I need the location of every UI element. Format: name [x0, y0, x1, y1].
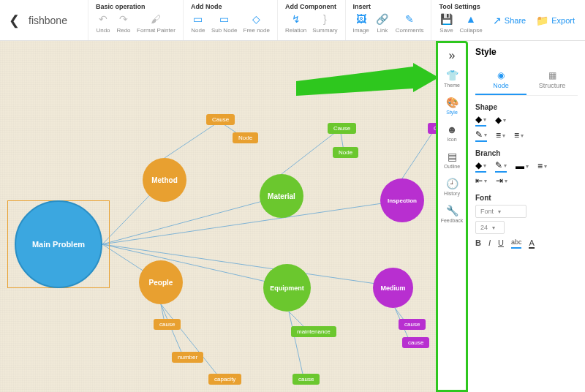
font-section: Font Font▾ 24▾ B I U abc A: [475, 194, 578, 249]
node-tab-icon: ◉: [475, 70, 526, 80]
svg-line-12: [161, 304, 183, 355]
wrench-icon: 🔧: [446, 205, 458, 216]
annotation-arrow: [296, 63, 436, 114]
tag-cause[interactable]: cause: [399, 319, 426, 330]
branch-weight-button[interactable]: ≡▾: [537, 160, 547, 173]
node-method[interactable]: Method: [143, 158, 186, 202]
section-label: Tool Settings: [439, 3, 482, 10]
tag-cause[interactable]: Cause: [428, 123, 436, 134]
branch-fill-button[interactable]: ◆▾: [475, 160, 486, 173]
tag-cause[interactable]: cause: [154, 319, 181, 330]
top-toolbar: ❮ fishbone Basic operation ↶Undo ↷Redo 🖌…: [0, 0, 585, 41]
tag-cause[interactable]: Cause: [206, 114, 235, 125]
comment-icon: ✎: [402, 12, 417, 26]
line-style-button[interactable]: ≡▾: [496, 129, 505, 142]
export-button[interactable]: 📁Export: [536, 15, 575, 26]
outline-icon: ▤: [448, 151, 457, 162]
tag-node[interactable]: Node: [333, 147, 358, 158]
collapse-button[interactable]: ▲Collapse: [459, 12, 482, 34]
indent-left-button[interactable]: ⇤▾: [475, 176, 487, 186]
tag-cause[interactable]: Cause: [328, 123, 356, 134]
tag-cause[interactable]: cause: [292, 374, 320, 385]
feedback-tab[interactable]: 🔧Feedback: [438, 200, 466, 227]
history-tab[interactable]: 🕘History: [438, 173, 466, 200]
summary-button[interactable]: }Summary: [312, 12, 337, 34]
panel-tabs: ◉Node ▦Structure: [475, 66, 578, 96]
comments-button[interactable]: ✎Comments: [396, 12, 424, 34]
collapse-icon: ▲: [464, 12, 478, 26]
tag-cause[interactable]: cause: [402, 337, 429, 348]
node-material[interactable]: Material: [260, 174, 303, 218]
font-size-select[interactable]: 24▾: [475, 221, 505, 234]
abc-button[interactable]: abc: [511, 238, 522, 249]
font-family-select[interactable]: Font▾: [475, 205, 526, 218]
side-tool-strip: » 👕Theme 🎨Style ☻Icon ▤Outline 🕘History …: [436, 41, 468, 392]
relation-icon: ↯: [289, 12, 303, 26]
node-inspection[interactable]: Inspection: [380, 178, 424, 222]
back-icon[interactable]: ❮: [9, 12, 20, 29]
node-people[interactable]: People: [139, 260, 183, 304]
section-insert: Insert 🖼Image 🔗Link ✎Comments: [345, 0, 431, 40]
redo-button[interactable]: ↷Redo: [116, 12, 131, 34]
relation-button[interactable]: ↯Relation: [285, 12, 306, 34]
save-button[interactable]: 💾Save: [439, 12, 453, 34]
image-icon: 🖼: [354, 12, 369, 26]
style-panel: Style ◉Node ▦Structure Shape ◆▾ ◆▾ ✎▾ ≡▾…: [468, 41, 585, 392]
tag-capacity[interactable]: capacity: [208, 374, 241, 385]
undo-icon: ↶: [96, 12, 110, 26]
palette-icon: 🎨: [446, 97, 458, 108]
branch-style-button[interactable]: ▬▾: [516, 160, 529, 173]
svg-line-15: [289, 312, 303, 377]
collapse-panel-icon[interactable]: »: [446, 46, 458, 65]
title-area: ❮ fishbone: [0, 0, 88, 40]
section-label: Basic operation: [96, 3, 176, 10]
summary-icon: }: [317, 12, 332, 26]
svg-line-13: [161, 304, 219, 377]
face-icon: ☻: [447, 124, 458, 135]
svg-marker-18: [296, 63, 436, 96]
diagram-canvas[interactable]: Main Problem Method People Material Equi…: [0, 41, 436, 392]
tag-maintenance[interactable]: maintenance: [291, 326, 336, 337]
node-equipment[interactable]: Equipment: [263, 264, 311, 312]
underline-button[interactable]: U: [498, 238, 504, 249]
border-button[interactable]: ✎▾: [475, 129, 487, 142]
sub-node-icon: ▭: [217, 12, 232, 26]
line-weight-button[interactable]: ≡▾: [514, 129, 524, 142]
tag-number[interactable]: number: [172, 352, 203, 363]
theme-tab[interactable]: 👕Theme: [438, 65, 466, 92]
branch-pen-button[interactable]: ✎▾: [495, 160, 507, 173]
free-node-button[interactable]: ◇Free node: [244, 12, 270, 34]
free-node-icon: ◇: [249, 12, 264, 26]
node-button[interactable]: ▭Node: [191, 12, 205, 34]
section-label: Insert: [353, 3, 424, 10]
shape-section: Shape ◆▾ ◆▾ ✎▾ ≡▾ ≡▾: [475, 103, 578, 142]
share-button[interactable]: ↗Share: [493, 15, 526, 26]
tag-node[interactable]: Node: [233, 132, 258, 143]
section-add-node: Add Node ▭Node ▭Sub Node ◇Free node: [183, 0, 277, 40]
style-tab[interactable]: 🎨Style: [438, 92, 466, 119]
indent-right-button[interactable]: ⇥▾: [496, 176, 507, 186]
outline-tab[interactable]: ▤Outline: [438, 146, 466, 173]
node-medium[interactable]: Medium: [373, 268, 413, 308]
sub-node-button[interactable]: ▭Sub Node: [211, 12, 238, 34]
image-button[interactable]: 🖼Image: [353, 12, 369, 34]
format-painter-button[interactable]: 🖌Format Painter: [137, 12, 176, 34]
panel-title: Style: [475, 47, 578, 57]
svg-line-2: [102, 196, 282, 244]
branch-section: Branch ◆▾ ✎▾ ▬▾ ≡▾ ⇤▾ ⇥▾: [475, 149, 578, 186]
icon-tab[interactable]: ☻Icon: [438, 119, 466, 146]
font-color-button[interactable]: A: [529, 238, 534, 249]
clock-icon: 🕘: [446, 178, 458, 189]
svg-line-10: [402, 129, 435, 178]
tab-node[interactable]: ◉Node: [475, 66, 526, 95]
bold-button[interactable]: B: [475, 238, 481, 249]
section-tool-settings: Tool Settings 💾Save ▲Collapse: [431, 0, 489, 40]
undo-button[interactable]: ↶Undo: [96, 12, 110, 34]
node-main-problem[interactable]: Main Problem: [15, 200, 102, 288]
shape-type-button[interactable]: ◆▾: [495, 114, 506, 127]
link-button[interactable]: 🔗Link: [375, 12, 390, 34]
italic-button[interactable]: I: [488, 238, 491, 249]
theme-icon: 👕: [446, 69, 458, 81]
tab-structure[interactable]: ▦Structure: [526, 66, 578, 95]
fill-color-button[interactable]: ◆▾: [475, 114, 486, 127]
